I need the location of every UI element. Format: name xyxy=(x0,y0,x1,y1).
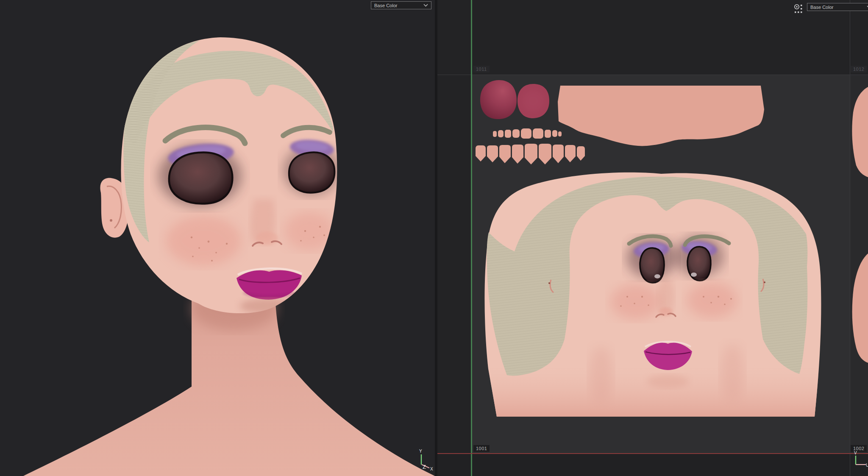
uv-tile-1001-area[interactable] xyxy=(471,75,850,454)
uv-axis-v-green-line xyxy=(471,0,472,476)
udim-tile-label-1011: 1011 xyxy=(473,66,490,72)
uv-grid-vline xyxy=(850,0,850,476)
channel-selector-3d[interactable]: Base Color xyxy=(371,1,431,9)
udim-tile-label-1001: 1001 xyxy=(473,445,490,452)
chevron-down-icon xyxy=(423,4,428,7)
channel-selector-3d-value: Base Color xyxy=(374,3,397,8)
uv-axis-u-red-line xyxy=(437,453,868,454)
channel-selector-2d-value: Base Color xyxy=(810,5,833,10)
udim-tile-label-1012: 1012 xyxy=(851,66,867,72)
uv-below-axis-area xyxy=(437,454,868,476)
viewport-3d[interactable] xyxy=(0,0,435,476)
udim-grid-icon[interactable] xyxy=(793,3,804,14)
uv-grid-hline xyxy=(437,75,868,75)
udim-tile-label-1002: 1002 xyxy=(851,445,867,452)
uv-tile-1002-area[interactable] xyxy=(850,75,868,454)
channel-selector-2d[interactable]: Base Color xyxy=(807,3,868,11)
texture-paint-window: 1011 1012 1001 1002 Base Color Base Colo… xyxy=(0,0,868,476)
